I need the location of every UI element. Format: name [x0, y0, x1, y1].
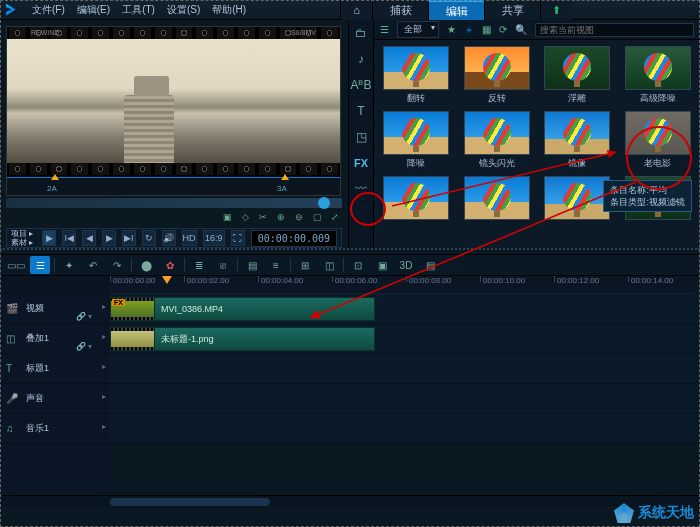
aspect-toggle[interactable]: 16:9: [203, 230, 225, 246]
marker-icon[interactable]: ◇: [238, 210, 252, 224]
fx-category-combo[interactable]: 全部: [397, 21, 439, 38]
share-tab[interactable]: 共享: [484, 0, 540, 20]
project-mode-label[interactable]: 项目 ▸: [11, 229, 36, 238]
scrubber-knob[interactable]: [318, 197, 330, 209]
play-button[interactable]: ▶: [42, 230, 56, 246]
video-clip[interactable]: FX MVI_0386.MP4: [110, 297, 375, 321]
fx-search-input[interactable]: [535, 23, 694, 37]
tl-storyboard-view[interactable]: ▭▭: [6, 256, 26, 274]
resize-icon[interactable]: ⤢: [328, 210, 342, 224]
prev-frame-button[interactable]: ◀: [82, 230, 96, 246]
fx-thumbnail[interactable]: [383, 176, 449, 220]
favorite-icon[interactable]: ★: [447, 24, 456, 35]
sort-icon[interactable]: ⟳: [499, 24, 507, 35]
fx-thumbnail[interactable]: [544, 111, 610, 155]
fx-item[interactable]: 反转: [459, 46, 536, 105]
chevron-right-icon[interactable]: ▸: [102, 362, 106, 371]
zoomout-icon[interactable]: ⊖: [292, 210, 306, 224]
fx-thumbnail[interactable]: [464, 46, 530, 90]
menu-tools[interactable]: 工具(T): [122, 3, 155, 17]
fx-item[interactable]: 镜头闪光: [459, 111, 536, 170]
voice-track[interactable]: [110, 384, 694, 414]
menu-help[interactable]: 帮助(H): [212, 3, 246, 17]
track-link-toggle[interactable]: 🔗 ▾: [76, 312, 92, 321]
tl-settings-icon[interactable]: ▤: [420, 256, 440, 274]
fx-thumbnail[interactable]: [383, 111, 449, 155]
goto-start-button[interactable]: I◀: [62, 230, 76, 246]
fx-tab[interactable]: FX: [349, 150, 373, 176]
timeline-scrollbar[interactable]: [0, 495, 700, 507]
title-tab[interactable]: T: [349, 98, 373, 124]
title-track[interactable]: [110, 354, 694, 384]
menu-file[interactable]: 文件(F): [32, 3, 65, 17]
tl-redo-button[interactable]: ↷: [107, 256, 127, 274]
next-frame-button[interactable]: ▶: [102, 230, 116, 246]
fx-item[interactable]: [378, 176, 455, 222]
snapshot-icon[interactable]: ▢: [310, 210, 324, 224]
audio-tab[interactable]: ♪: [349, 46, 373, 72]
fx-thumbnail[interactable]: [464, 176, 530, 220]
tl-record-button[interactable]: ⬤: [136, 256, 156, 274]
fx-item[interactable]: 高级降噪: [620, 46, 697, 105]
fx-thumbnail[interactable]: [464, 111, 530, 155]
tl-reframe-icon[interactable]: ◫: [319, 256, 339, 274]
add-icon[interactable]: ＋: [464, 23, 474, 37]
zoomin-icon[interactable]: ⊕: [274, 210, 288, 224]
upload-button[interactable]: ⬆: [540, 0, 572, 20]
marker-a[interactable]: 2A: [47, 184, 57, 193]
tl-zoom-fit-icon[interactable]: ⊡: [348, 256, 368, 274]
chevron-right-icon[interactable]: ▸: [102, 392, 106, 401]
fx-thumbnail[interactable]: [544, 176, 610, 220]
graphics-tab[interactable]: ◳: [349, 124, 373, 150]
timecode-display[interactable]: 00:00:00.009: [251, 230, 337, 247]
tl-proj-fit-icon[interactable]: ▣: [372, 256, 392, 274]
gallery-icon[interactable]: ☰: [380, 24, 389, 35]
tl-mixer-icon[interactable]: ✿: [160, 256, 180, 274]
chevron-right-icon[interactable]: ▸: [102, 302, 106, 311]
overlay-track[interactable]: 未标题-1.png: [110, 324, 694, 354]
menu-settings[interactable]: 设置(S): [167, 3, 200, 17]
fx-item[interactable]: 镜像: [539, 111, 616, 170]
loop-button[interactable]: ↻: [142, 230, 156, 246]
crop-icon[interactable]: ▣: [220, 210, 234, 224]
menu-edit[interactable]: 编辑(E): [77, 3, 110, 17]
fx-item[interactable]: [459, 176, 536, 222]
fx-thumbnail[interactable]: [625, 111, 691, 155]
capture-tab[interactable]: 捕获: [372, 0, 428, 20]
tl-multitrack-icon[interactable]: ▤: [242, 256, 262, 274]
fx-item[interactable]: 降噪: [378, 111, 455, 170]
fx-item[interactable]: 浮雕: [539, 46, 616, 105]
track-header-title[interactable]: T 标题1 ▸: [0, 354, 110, 384]
goto-end-button[interactable]: ▶I: [122, 230, 136, 246]
source-mode-label[interactable]: 素材 ▸: [11, 238, 36, 247]
home-tab[interactable]: ⌂: [340, 0, 372, 20]
fullscreen-button[interactable]: ⛶: [231, 230, 245, 246]
track-header-overlay[interactable]: ◫ 叠加1 🔗 ▾ ▸: [0, 324, 110, 354]
tl-subtitle-icon[interactable]: ⎚: [213, 256, 233, 274]
chevron-right-icon[interactable]: ▸: [102, 332, 106, 341]
grid-view-icon[interactable]: ▦: [482, 24, 491, 35]
tl-tools-icon[interactable]: ✦: [59, 256, 79, 274]
track-link-toggle[interactable]: 🔗 ▾: [76, 342, 92, 351]
hd-toggle[interactable]: HD: [182, 230, 197, 246]
track-header-video[interactable]: 🎬 视频 🔗 ▾ ▸: [0, 294, 110, 324]
tl-undo-button[interactable]: ↶: [83, 256, 103, 274]
fx-thumbnail[interactable]: [544, 46, 610, 90]
transition-tab[interactable]: AᴮB: [349, 72, 373, 98]
track-header-voice[interactable]: 🎤 声音 ▸: [0, 384, 110, 414]
fx-thumbnail[interactable]: [625, 46, 691, 90]
track-header-music[interactable]: ♫ 音乐1 ▸: [0, 414, 110, 444]
scrubber[interactable]: [6, 198, 342, 208]
tl-3d-icon[interactable]: 3D: [396, 256, 416, 274]
fx-item[interactable]: 翻转: [378, 46, 455, 105]
tl-timeline-view[interactable]: ☰: [30, 256, 50, 274]
playhead-icon[interactable]: [162, 276, 172, 284]
chevron-right-icon[interactable]: ▸: [102, 422, 106, 431]
volume-button[interactable]: 🔊: [162, 230, 176, 246]
path-tab[interactable]: 〰: [349, 176, 373, 202]
timeline-ruler[interactable]: 00:00:00.0000:00:02.0000:00:04.0000:00:0…: [110, 276, 694, 294]
tl-multicam-icon[interactable]: ⊞: [295, 256, 315, 274]
tl-autochapter-icon[interactable]: ≣: [189, 256, 209, 274]
tl-trackmgr-icon[interactable]: ≡: [266, 256, 286, 274]
video-track[interactable]: FX MVI_0386.MP4: [110, 294, 694, 324]
